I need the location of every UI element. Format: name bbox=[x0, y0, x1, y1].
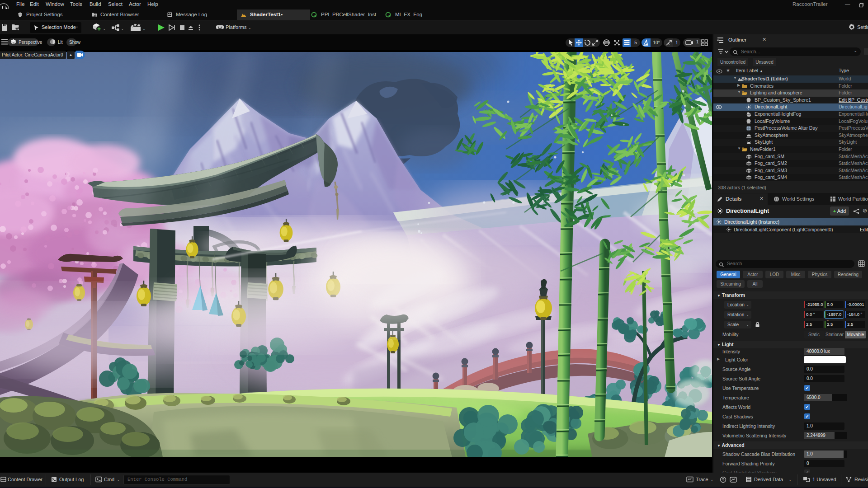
svg-text:⌄: ⌄ bbox=[103, 26, 106, 31]
svg-text:⌄: ⌄ bbox=[142, 27, 146, 31]
svg-text:⌄: ⌄ bbox=[121, 26, 124, 31]
